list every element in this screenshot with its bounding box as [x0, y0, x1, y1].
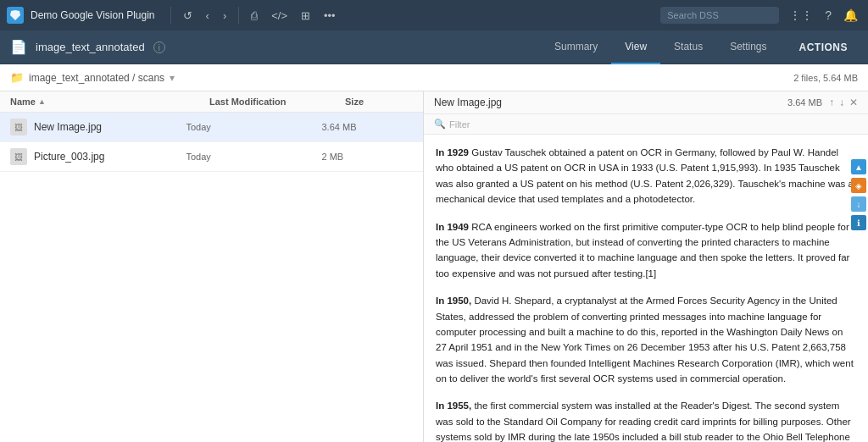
app-title: Demo Google Vision Plugin — [31, 9, 155, 21]
ocr-paragraph: In 1949 RCA engineers worked on the firs… — [436, 219, 856, 282]
filter-input[interactable] — [449, 119, 858, 130]
file-list-panel: Name ▲ Last Modification Size 🖼 New Imag… — [0, 91, 424, 442]
breadcrumb: image_text_annotated / scans — [29, 72, 164, 84]
upload-icon[interactable]: ↑ — [829, 97, 834, 108]
ocr-paragraph: In 1929 Gustav Tauschek obtained a paten… — [436, 145, 856, 207]
file-type-icon: 📄 — [10, 39, 27, 55]
preview-file-name: New Image.jpg — [434, 97, 781, 108]
ocr-paragraph: In 1955, the first commercial system was… — [436, 398, 856, 442]
tab-summary[interactable]: Summary — [541, 30, 611, 64]
filter-bar: 🔍 — [424, 114, 868, 135]
file-header-bar: 📄 image_text_annotated i Summary View St… — [0, 30, 868, 64]
download-button[interactable]: ↓ — [373, 150, 381, 164]
grid-button[interactable]: ⊞ — [298, 6, 314, 25]
code-button[interactable]: </> — [268, 6, 291, 25]
tab-view[interactable]: View — [611, 30, 660, 64]
preview-icons: ↑ ↓ ✕ — [829, 97, 858, 108]
refresh-button[interactable]: ↺ — [180, 6, 196, 25]
ocr-paragraph: In 1950, David H. Shepard, a cryptanalys… — [436, 293, 856, 386]
ocr-content: In 1929 Gustav Tauschek obtained a paten… — [424, 135, 868, 442]
tab-settings[interactable]: Settings — [716, 30, 780, 64]
file-mod-cell: Today — [186, 122, 322, 132]
col-name-header[interactable]: Name ▲ — [10, 97, 209, 107]
breadcrumb-chevron: ▾ — [170, 72, 175, 84]
file-name-cell: New Image.jpg — [34, 121, 186, 133]
preview-panel: New Image.jpg 3.64 MB ↑ ↓ ✕ 🔍 In 1929 Gu… — [424, 91, 868, 442]
forward-button[interactable]: › — [220, 6, 230, 25]
col-mod-header[interactable]: Last Modification — [209, 97, 345, 107]
tab-status[interactable]: Status — [660, 30, 716, 64]
more-button[interactable]: ••• — [320, 6, 339, 25]
print-button[interactable]: ⎙ — [248, 6, 261, 25]
file-count: 2 files, 5.64 MB — [793, 73, 858, 83]
side-tool-up[interactable]: ▲ — [851, 159, 866, 174]
side-toolbar: ▲ ◈ ↓ ℹ — [849, 156, 868, 234]
breadcrumb-bar: 📁 image_text_annotated / scans ▾ 2 files… — [0, 64, 868, 91]
file-name: image_text_annotated — [36, 41, 145, 53]
side-tool-orange[interactable]: ◈ — [851, 178, 866, 193]
preview-header: New Image.jpg 3.64 MB ↑ ↓ ✕ — [424, 91, 868, 114]
download-icon[interactable]: ↓ — [839, 97, 844, 108]
right-content-wrapper: New Image.jpg 3.64 MB ↑ ↓ ✕ 🔍 In 1929 Gu… — [424, 91, 868, 442]
top-bar: Demo Google Vision Plugin ↺ ‹ › ⎙ </> ⊞ … — [0, 0, 868, 30]
search-icon: 🔍 — [434, 119, 446, 130]
file-row[interactable]: 🖼 Picture_003.jpg Today 2 MB ↓ 🗑 ⋮ — [0, 142, 423, 172]
file-thumbnail: 🖼 — [10, 119, 27, 135]
top-bar-right-actions: ⋮⋮ ? 🔔 — [786, 5, 861, 25]
help-icon[interactable]: ? — [821, 5, 835, 25]
app-logo — [7, 7, 24, 24]
file-mod-cell: Today — [186, 152, 322, 162]
delete-button[interactable]: 🗑 — [384, 150, 397, 164]
col-size-header[interactable]: Size — [345, 97, 413, 107]
file-name-cell: Picture_003.jpg — [34, 151, 186, 163]
back-button[interactable]: ‹ — [203, 6, 213, 25]
search-input[interactable] — [660, 7, 779, 24]
file-size-cell: 3.64 MB — [322, 122, 373, 132]
folder-icon: 📁 — [10, 71, 24, 84]
ocr-text-container: In 1929 Gustav Tauschek obtained a paten… — [436, 145, 856, 442]
tab-bar: Summary View Status Settings — [541, 30, 781, 64]
main-content: Name ▲ Last Modification Size 🖼 New Imag… — [0, 91, 868, 442]
apps-icon[interactable]: ⋮⋮ — [786, 5, 816, 25]
file-row[interactable]: 🖼 New Image.jpg Today 3.64 MB ↓ 🗑 ⋮ — [0, 113, 423, 142]
delete-button[interactable]: 🗑 — [384, 120, 397, 135]
separator2 — [238, 7, 239, 24]
file-size-cell: 2 MB — [322, 152, 373, 162]
actions-button[interactable]: ACTIONS — [789, 41, 859, 53]
more-options-button[interactable]: ⋮ — [400, 120, 413, 135]
more-options-button[interactable]: ⋮ — [400, 150, 413, 164]
download-button[interactable]: ↓ — [373, 120, 381, 135]
side-tool-blue[interactable]: ↓ — [851, 196, 866, 212]
side-tool-info[interactable]: ℹ — [851, 215, 866, 230]
file-list-header: Name ▲ Last Modification Size — [0, 91, 423, 113]
notifications-icon[interactable]: 🔔 — [840, 5, 861, 25]
info-icon[interactable]: i — [153, 41, 165, 53]
sort-arrow-icon: ▲ — [38, 97, 46, 106]
file-thumbnail: 🖼 — [10, 148, 27, 165]
close-icon[interactable]: ✕ — [849, 97, 858, 108]
separator — [170, 7, 171, 24]
preview-file-size: 3.64 MB — [787, 97, 822, 108]
